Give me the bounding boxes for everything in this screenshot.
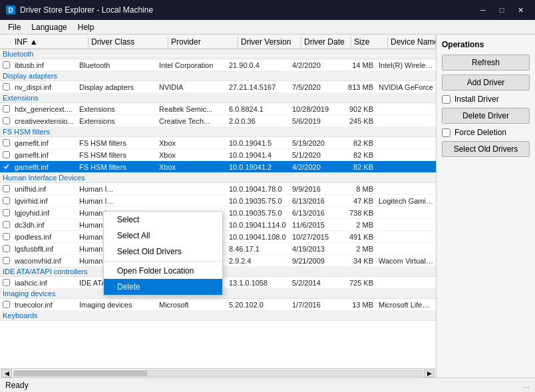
- install-driver-label: Install Driver: [454, 95, 499, 104]
- table-row[interactable]: creativeextensio... Extensions Creative …: [0, 115, 436, 127]
- force-deletion-option: Force Deletion: [442, 128, 530, 137]
- group-extensions: Extensions: [0, 93, 436, 103]
- row-checkbox[interactable]: [3, 197, 10, 204]
- driver-table: INF ▲ Driver Class Provider Driver Versi…: [0, 35, 437, 377]
- add-driver-button[interactable]: Add Driver: [442, 75, 530, 91]
- ctx-open-folder[interactable]: Open Folder Location: [104, 263, 222, 279]
- operations-panel: Operations Refresh Add Driver Install Dr…: [437, 35, 535, 377]
- table-row[interactable]: gameflt.inf FS HSM filters Xbox 10.0.190…: [0, 161, 436, 173]
- ctx-delete[interactable]: Delete: [104, 279, 222, 295]
- row-checkbox[interactable]: [3, 61, 10, 69]
- col-header-class[interactable]: Driver Class: [89, 36, 168, 48]
- titlebar: D Driver Store Explorer - Local Machine …: [0, 0, 535, 20]
- table-row[interactable]: lgvirhid.inf Human I... 10.0.19035.75.0 …: [0, 195, 436, 207]
- group-hid: Human Interface Devices: [0, 173, 436, 183]
- window-controls: ─ □ ✕: [474, 0, 530, 20]
- scroll-track[interactable]: [13, 370, 423, 377]
- title-text: Driver Store Explorer - Local Machine: [20, 5, 474, 15]
- select-old-drivers-button[interactable]: Select Old Drivers: [442, 141, 530, 157]
- statusbar: Ready ...: [0, 377, 535, 392]
- ctx-select[interactable]: Select: [104, 212, 222, 228]
- table-row[interactable]: gameflt.inf FS HSM filters Xbox 10.0.190…: [0, 137, 436, 149]
- table-scroll-area[interactable]: Bluetooth ibtusb.inf Bluetooth Intel Cor…: [0, 49, 436, 368]
- row-checkbox[interactable]: [3, 185, 10, 192]
- main-content: INF ▲ Driver Class Provider Driver Versi…: [0, 35, 535, 377]
- install-driver-option: Install Driver: [442, 95, 530, 104]
- row-checkbox[interactable]: [3, 245, 10, 252]
- operations-title: Operations: [442, 40, 530, 49]
- table-row[interactable]: unifhid.inf Human I... 10.0.19041.78.0 9…: [0, 183, 436, 195]
- status-text: Ready: [5, 381, 524, 390]
- row-checkbox[interactable]: [3, 83, 10, 91]
- table-row[interactable]: truecolor.inf Imaging devices Microsoft …: [0, 299, 436, 311]
- row-checkbox[interactable]: [3, 117, 10, 124]
- table-row[interactable]: ibtusb.inf Bluetooth Intel Corporation 2…: [0, 59, 436, 71]
- scroll-left-btn[interactable]: ◀: [1, 369, 12, 377]
- col-header-date[interactable]: Driver Date: [301, 36, 351, 48]
- group-fs-hsm: FS HSM filters: [0, 127, 436, 137]
- row-checkbox[interactable]: [3, 151, 10, 158]
- minimize-button[interactable]: ─: [474, 0, 492, 20]
- menu-help[interactable]: Help: [73, 21, 100, 33]
- col-header-provider[interactable]: Provider: [168, 36, 238, 48]
- menu-language[interactable]: Language: [26, 21, 72, 33]
- col-header-version[interactable]: Driver Version: [238, 36, 301, 48]
- context-menu: Select Select All Select Old Drivers Ope…: [103, 211, 223, 295]
- row-checkbox[interactable]: [3, 301, 10, 308]
- column-headers: INF ▲ Driver Class Provider Driver Versi…: [0, 35, 436, 49]
- ctx-select-all[interactable]: Select All: [104, 228, 222, 244]
- group-bluetooth: Bluetooth: [0, 49, 436, 59]
- menubar: File Language Help: [0, 20, 535, 35]
- col-header-size[interactable]: Size: [351, 36, 388, 48]
- status-dots: ...: [524, 381, 530, 389]
- delete-driver-button[interactable]: Delete Driver: [442, 108, 530, 124]
- ctx-select-old-drivers[interactable]: Select Old Drivers: [104, 244, 222, 260]
- row-checkbox[interactable]: [3, 279, 10, 286]
- table-row[interactable]: nv_dispi.inf Display adapters NVIDIA 27.…: [0, 81, 436, 93]
- row-checkbox[interactable]: [3, 105, 10, 112]
- col-header-inf[interactable]: INF ▲: [12, 36, 89, 48]
- row-checkbox[interactable]: [3, 257, 10, 264]
- app-icon: D: [5, 5, 16, 15]
- row-checkbox[interactable]: [3, 139, 10, 146]
- table-row[interactable]: gameflt.inf FS HSM filters Xbox 10.0.190…: [0, 149, 436, 161]
- row-checkbox[interactable]: [3, 221, 10, 228]
- table-row[interactable]: hdx_genericext.... Extensions Realtek Se…: [0, 103, 436, 115]
- scroll-thumb[interactable]: [14, 371, 147, 376]
- horizontal-scrollbar[interactable]: ◀ ▶: [0, 368, 436, 377]
- row-checkbox[interactable]: [3, 163, 10, 170]
- close-button[interactable]: ✕: [511, 0, 530, 20]
- col-header-device[interactable]: Device Name: [388, 36, 436, 48]
- row-checkbox[interactable]: [3, 233, 10, 240]
- ctx-separator: [104, 261, 222, 262]
- svg-text:D: D: [8, 7, 13, 14]
- force-deletion-label: Force Deletion: [454, 128, 506, 137]
- install-driver-checkbox[interactable]: [442, 95, 450, 104]
- group-keyboards: Keyboards: [0, 311, 436, 321]
- menu-file[interactable]: File: [3, 21, 26, 33]
- group-display-adapters: Display adapters: [0, 71, 436, 81]
- force-deletion-checkbox[interactable]: [442, 128, 450, 137]
- scroll-right-btn[interactable]: ▶: [424, 369, 435, 377]
- maximize-button[interactable]: □: [492, 0, 511, 20]
- refresh-button[interactable]: Refresh: [442, 55, 530, 71]
- row-checkbox[interactable]: [3, 209, 10, 216]
